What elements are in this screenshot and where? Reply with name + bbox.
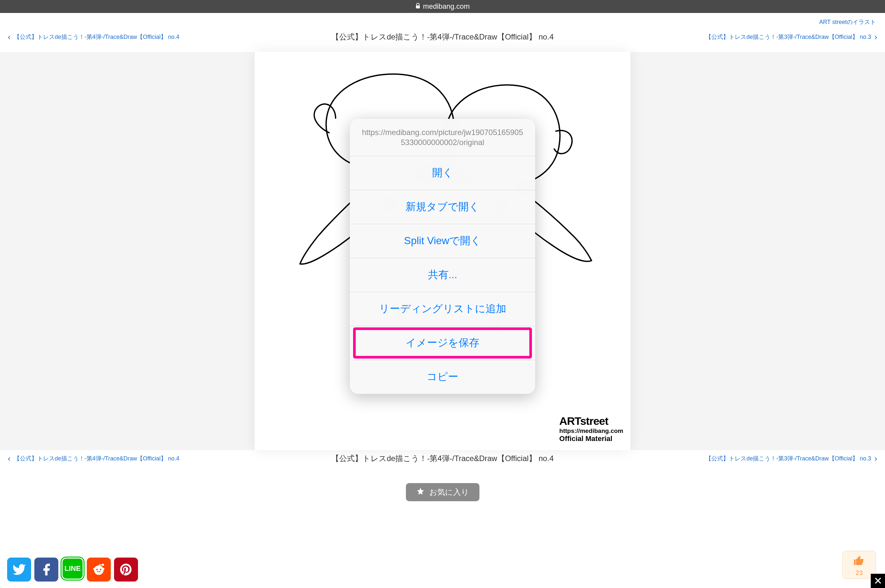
nav-row-top: ‹ 【公式】トレスde描こう！-第4弾-/Trace&Draw【Official…: [0, 28, 885, 45]
page-title-top: 【公式】トレスde描こう！-第4弾-/Trace&Draw【Official】 …: [331, 32, 554, 42]
svg-rect-0: [416, 6, 420, 8]
star-icon: [416, 487, 425, 497]
nav-next-link-bottom[interactable]: 【公式】トレスde描こう！-第3弾-/Trace&Draw【Official】 …: [706, 454, 871, 462]
menu-split-view[interactable]: Split Viewで開く: [350, 224, 535, 258]
chevron-right-icon: ›: [874, 33, 877, 41]
browser-address-bar: medibang.com: [0, 0, 885, 13]
favorite-button[interactable]: お気に入り: [406, 483, 479, 501]
lock-icon: [415, 3, 421, 10]
watermark-url: https://medibang.com: [559, 428, 623, 435]
nav-prev-link-top[interactable]: 【公式】トレスde描こう！-第4弾-/Trace&Draw【Official】 …: [14, 33, 179, 41]
menu-share[interactable]: 共有...: [350, 258, 535, 292]
browser-domain: medibang.com: [423, 2, 470, 10]
context-menu: https://medibang.com/picture/jw190705165…: [350, 119, 535, 394]
page-title-bottom: 【公式】トレスde描こう！-第4弾-/Trace&Draw【Official】 …: [331, 453, 554, 464]
nav-next-link-top[interactable]: 【公式】トレスde描こう！-第3弾-/Trace&Draw【Official】 …: [706, 33, 871, 41]
menu-reading-list[interactable]: リーディングリストに追加: [350, 292, 535, 326]
context-menu-url: https://medibang.com/picture/jw190705165…: [350, 119, 535, 156]
menu-save-image[interactable]: イメージを保存: [350, 326, 535, 360]
chevron-left-icon: ‹: [8, 454, 11, 463]
nav-row-bottom: ‹ 【公式】トレスde描こう！-第4弾-/Trace&Draw【Official…: [0, 450, 885, 467]
favorite-label: お気に入り: [429, 487, 469, 497]
menu-open[interactable]: 開く: [350, 156, 535, 190]
watermark-brand: ARTstreet: [559, 415, 623, 428]
nav-prev-top[interactable]: ‹ 【公式】トレスde描こう！-第4弾-/Trace&Draw【Official…: [8, 33, 179, 41]
menu-new-tab[interactable]: 新規タブで開く: [350, 190, 535, 224]
chevron-left-icon: ‹: [8, 33, 11, 41]
nav-next-bottom[interactable]: 【公式】トレスde描こう！-第3弾-/Trace&Draw【Official】 …: [706, 454, 877, 463]
nav-prev-bottom[interactable]: ‹ 【公式】トレスde描こう！-第4弾-/Trace&Draw【Official…: [8, 454, 179, 463]
chevron-right-icon: ›: [874, 454, 877, 463]
main-image-area: ARTstreet https://medibang.com Official …: [0, 52, 885, 450]
nav-prev-link-bottom[interactable]: 【公式】トレスde描こう！-第4弾-/Trace&Draw【Official】 …: [14, 454, 179, 462]
menu-copy[interactable]: コピー: [350, 360, 535, 394]
watermark-sub: Official Material: [559, 435, 623, 443]
nav-next-top[interactable]: 【公式】トレスde描こう！-第3弾-/Trace&Draw【Official】 …: [706, 33, 877, 41]
watermark: ARTstreet https://medibang.com Official …: [559, 415, 623, 443]
header-link-bar: ART streetのイラスト: [0, 13, 885, 28]
header-top-link[interactable]: ART streetのイラスト: [819, 19, 876, 25]
context-menu-arrow-icon: [350, 234, 350, 248]
